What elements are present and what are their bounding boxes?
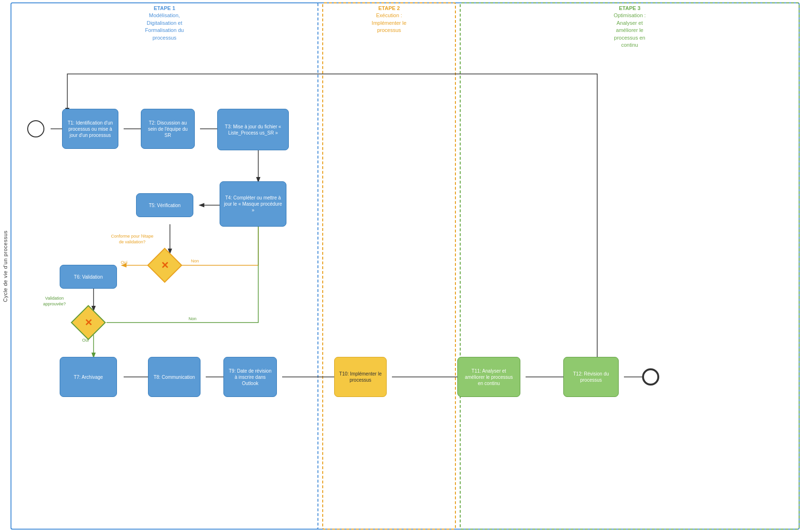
stage3-header: ETAPE 3 Optimisation : Analyser et améli… [460, 5, 800, 49]
gateway1-no-label: Non [191, 259, 199, 263]
task-t8: T8: Communication [148, 357, 200, 397]
start-event [27, 120, 44, 137]
task-t5: T5: Vérification [136, 193, 193, 217]
task-t9: T9: Date de révision à inscrire dans Out… [223, 357, 277, 397]
task-t2: T2: Discussion au sein de l'équipe du SR [141, 109, 195, 149]
stage2-header: ETAPE 2 Exécution : Implémenter le proce… [322, 5, 456, 34]
task-t4: T4: Compléter ou mettre à jour le « Masq… [220, 181, 286, 227]
task-t7: T7: Archivage [60, 357, 117, 397]
left-label: Cycle de vie d'un processus [0, 0, 11, 532]
gateway-2: ✕ [76, 310, 101, 335]
end-event [642, 368, 659, 386]
task-t10: T10: Implémenter le processus [334, 357, 387, 397]
task-t3: T3: Mise à jour du fichier « Liste_Proce… [217, 109, 289, 150]
gateway1-yes-label: Oui [121, 260, 127, 265]
stage1-header: ETAPE 1 Modélisation, Digitalisation et … [11, 5, 318, 42]
task-t12: T12: Révision du processus [563, 357, 619, 397]
gateway2-no-label: Non [189, 316, 197, 321]
gateway1-label: Conforme pour l'étape de validation? [111, 234, 154, 245]
main-container: Cycle de vie d'un processus ETAPE 1 Modé… [0, 0, 802, 532]
gateway-1: ✕ [152, 253, 177, 278]
gateway2-yes-label: Oui [82, 338, 89, 343]
task-t6: T6: Validation [60, 265, 117, 289]
gateway2-label: Validation approuvée? [33, 296, 75, 307]
task-t11: T11: Analyser et améliorer le processus … [457, 357, 520, 397]
task-t1: T1: Identification d'un processus ou mis… [62, 109, 118, 149]
diagram-svg [0, 0, 802, 532]
